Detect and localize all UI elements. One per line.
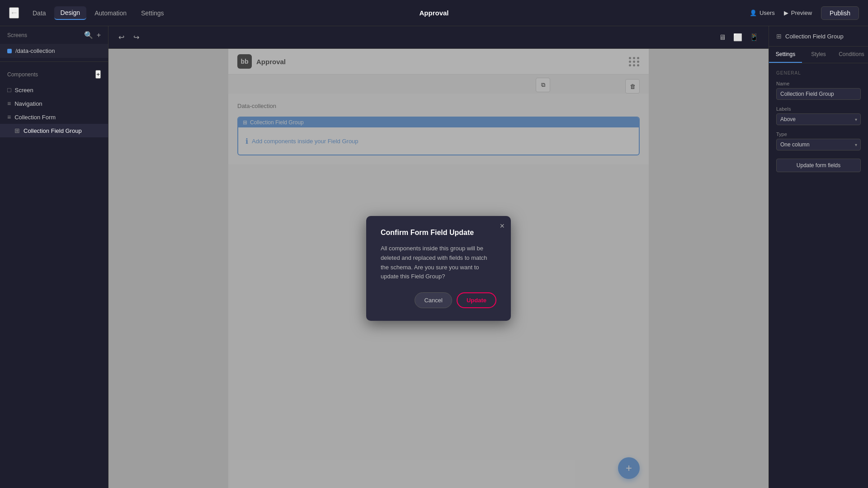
confirm-modal: × Confirm Form Field Update All componen… <box>366 216 511 321</box>
desktop-view-button[interactable]: 🖥 <box>716 31 729 43</box>
collection-field-group-icon: ⊞ <box>14 127 20 134</box>
screens-label: Screens <box>7 32 27 38</box>
update-button[interactable]: Update <box>457 292 496 308</box>
modal-actions: Cancel Update <box>381 292 496 308</box>
back-button[interactable]: ← <box>9 7 19 19</box>
preview-button[interactable]: ▶ Preview <box>784 9 812 16</box>
view-toggle: 🖥 ⬜ 📱 <box>716 31 761 43</box>
screen-component-icon: □ <box>7 86 11 94</box>
components-header: Components + <box>0 66 108 83</box>
nav-tabs: Data Design Automation Settings <box>26 6 170 20</box>
name-input[interactable] <box>776 88 861 100</box>
canvas-content: bb Approval ⧉ <box>108 49 769 488</box>
component-item-navigation[interactable]: ≡ Navigation <box>0 97 108 110</box>
general-section-label: GENERAL <box>776 70 861 75</box>
labels-field: Labels Above <box>776 106 861 125</box>
redo-button[interactable]: ↪ <box>131 31 142 43</box>
screen-item-label: /data-collection <box>15 47 55 54</box>
top-nav: ← Data Design Automation Settings Approv… <box>0 0 868 26</box>
search-screens-button[interactable]: 🔍 <box>84 31 93 39</box>
components-label: Components <box>7 71 38 78</box>
tab-settings[interactable]: Settings <box>135 6 170 20</box>
right-panel: ⊞ Collection Field Group Settings Styles… <box>769 26 868 488</box>
screen-dot <box>7 49 12 53</box>
right-panel-header: ⊞ Collection Field Group <box>769 26 868 47</box>
labels-select-wrapper: Above <box>776 113 861 125</box>
collection-form-icon: ≡ <box>7 113 11 121</box>
cancel-button[interactable]: Cancel <box>415 292 452 308</box>
modal-overlay: × Confirm Form Field Update All componen… <box>228 49 649 488</box>
component-item-collection-form[interactable]: ≡ Collection Form <box>0 110 108 124</box>
modal-title: Confirm Form Field Update <box>381 229 496 237</box>
left-sidebar: Screens 🔍 + /data-collection Components … <box>0 26 108 488</box>
users-button[interactable]: 👤 Users <box>750 9 775 16</box>
users-label: Users <box>760 9 775 16</box>
component-label-screen: Screen <box>14 87 33 94</box>
update-fields-button[interactable]: Update form fields <box>776 159 861 172</box>
right-controls: 👤 Users ▶ Preview Publish <box>750 6 859 20</box>
component-label-collection-form: Collection Form <box>14 114 56 121</box>
publish-button[interactable]: Publish <box>821 6 859 20</box>
tablet-view-button[interactable]: ⬜ <box>731 31 745 43</box>
add-screen-button[interactable]: + <box>97 31 101 39</box>
type-select-wrapper: One column <box>776 139 861 150</box>
user-icon: 👤 <box>750 9 757 16</box>
right-panel-tabs: Settings Styles Conditions <box>769 47 868 63</box>
type-select[interactable]: One column <box>776 139 861 150</box>
panel-header-label: Collection Field Group <box>785 33 844 40</box>
screens-section-header: Screens 🔍 + <box>0 26 108 44</box>
type-field: Type One column <box>776 131 861 150</box>
app-frame: bb Approval ⧉ <box>228 49 649 488</box>
mobile-view-button[interactable]: 📱 <box>747 31 761 43</box>
preview-label: Preview <box>791 9 812 16</box>
tab-styles-panel[interactable]: Styles <box>802 47 835 63</box>
modal-body: All components inside this group will be… <box>381 244 496 282</box>
panel-header-icon: ⊞ <box>776 33 782 40</box>
tab-design[interactable]: Design <box>54 6 87 20</box>
labels-select[interactable]: Above <box>776 113 861 125</box>
app-title: Approval <box>419 9 448 17</box>
right-panel-body: GENERAL Name Labels Above Type One colum… <box>769 63 868 488</box>
canvas-area: ↩ ↪ 🖥 ⬜ 📱 bb Approval <box>108 26 769 488</box>
component-item-screen[interactable]: □ Screen <box>0 83 108 97</box>
type-label: Type <box>776 131 861 137</box>
screen-item-data-collection[interactable]: /data-collection <box>0 44 108 58</box>
tab-conditions-panel[interactable]: Conditions <box>835 47 868 63</box>
canvas-toolbar: ↩ ↪ 🖥 ⬜ 📱 <box>108 26 769 49</box>
preview-icon: ▶ <box>784 9 788 16</box>
component-item-collection-field-group[interactable]: ⊞ Collection Field Group <box>0 124 108 137</box>
component-label-navigation: Navigation <box>14 100 42 107</box>
name-field: Name <box>776 81 861 100</box>
tab-settings-panel[interactable]: Settings <box>769 47 802 63</box>
tab-automation[interactable]: Automation <box>88 6 133 20</box>
navigation-icon: ≡ <box>7 100 11 107</box>
main-layout: Screens 🔍 + /data-collection Components … <box>0 26 868 488</box>
sidebar-divider <box>0 61 108 62</box>
labels-label: Labels <box>776 106 861 112</box>
tab-data[interactable]: Data <box>26 6 52 20</box>
name-label: Name <box>776 81 861 86</box>
add-component-button[interactable]: + <box>95 70 101 79</box>
modal-close-button[interactable]: × <box>500 221 505 231</box>
component-label-collection-field-group: Collection Field Group <box>24 127 82 134</box>
undo-button[interactable]: ↩ <box>116 31 127 43</box>
